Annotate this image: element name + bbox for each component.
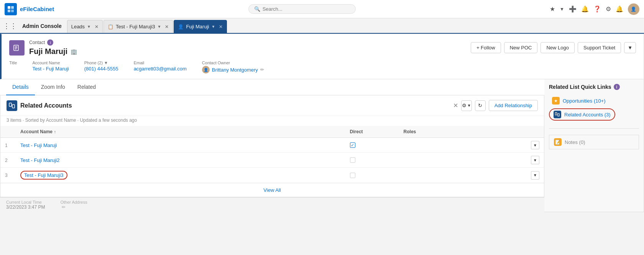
tab-related[interactable]: Related xyxy=(71,79,102,95)
view-all-row: View All xyxy=(0,183,544,197)
tab-details[interactable]: Details xyxy=(6,79,35,95)
contact-info: Contact i Fuji Maruji 🏢 xyxy=(29,39,77,56)
email-value[interactable]: acgarrett03@gmail.com xyxy=(134,66,187,72)
edit-address-icon[interactable]: ✏ xyxy=(62,204,66,210)
star-icon[interactable]: ★ xyxy=(550,5,555,13)
user-avatar[interactable]: 👤 xyxy=(628,3,639,15)
quick-link-related-accounts[interactable]: Related Accounts (3) xyxy=(549,108,615,121)
direct-checkbox-unchecked[interactable] xyxy=(350,173,355,178)
contact-name: Fuji Maruji xyxy=(29,47,67,56)
quick-links-title: Related List Quick Links i xyxy=(549,84,639,90)
related-accounts-header: Related Accounts ✕ ⚙▼ ↻ Add Relationship xyxy=(0,95,544,116)
row-num: 3 xyxy=(0,168,16,183)
col-account-name[interactable]: Account Name ↑ xyxy=(16,126,345,138)
fuji-tab-close[interactable]: ✕ xyxy=(219,24,223,29)
owner-avatar: 👤 xyxy=(202,66,210,74)
notification-icon[interactable]: 🔔 xyxy=(616,5,623,13)
direct-checkbox-checked[interactable]: ✓ xyxy=(350,142,355,148)
contact-header-top: Contact i Fuji Maruji 🏢 + Follow New POC… xyxy=(9,39,636,56)
row-dropdown-button[interactable]: ▼ xyxy=(531,171,539,180)
related-accounts-ql-icon xyxy=(554,111,561,118)
leads-tab-close[interactable]: ✕ xyxy=(95,24,99,29)
svg-rect-8 xyxy=(9,103,12,106)
svg-rect-0 xyxy=(8,6,10,9)
section-title-area: Related Accounts xyxy=(7,100,72,111)
account-name-link[interactable]: Test - Fuji Maruji3 xyxy=(24,172,64,178)
actions-dropdown-button[interactable]: ▼ xyxy=(624,42,636,53)
row-account-name: Test - Fuji Maruji2 xyxy=(16,153,345,168)
owner-label: Contact Owner xyxy=(202,60,264,65)
new-poc-button[interactable]: New POC xyxy=(504,42,538,53)
tab-test-fuji-maruji3[interactable]: 📋 Test - Fuji Maruji3 ▼ ✕ xyxy=(104,20,173,33)
add-relationship-button[interactable]: Add Relationship xyxy=(489,100,538,111)
account-name-link[interactable]: Test - Fuji Maruji2 xyxy=(20,157,60,163)
tab-admin-console[interactable]: Admin Console xyxy=(18,19,66,33)
contact-title-area: Fuji Maruji 🏢 xyxy=(29,47,77,56)
question-icon[interactable]: ❓ xyxy=(593,5,601,13)
account-name-label: Account Name xyxy=(32,60,69,65)
field-phone: Phone (2) ▼ (801) 444-5555 xyxy=(84,60,118,72)
table-row: 1Test - Fuji Maruji✓▼ xyxy=(0,138,544,153)
row-account-name: Test - Fuji Maruji xyxy=(16,138,345,153)
row-dropdown-button[interactable]: ▼ xyxy=(531,141,539,149)
bell-icon[interactable]: 🔔 xyxy=(581,5,589,13)
leads-tab-dropdown[interactable]: ▼ xyxy=(87,25,91,29)
account-name-value[interactable]: Test - Fuji Maruji xyxy=(32,66,69,72)
tab-bar: ⋮⋮ Admin Console Leads ▼ ✕ 📋 Test - Fuji… xyxy=(0,18,644,34)
contact-info-badge[interactable]: i xyxy=(47,39,53,46)
follow-button[interactable]: + Follow xyxy=(471,42,501,53)
view-all-link[interactable]: View All xyxy=(263,187,281,193)
right-panel: Related List Quick Links i ★ Opportuniti… xyxy=(544,79,644,212)
direct-checkbox-unchecked[interactable] xyxy=(350,157,355,163)
settings-dropdown-button[interactable]: ⚙▼ xyxy=(461,100,472,111)
refresh-button[interactable]: ↻ xyxy=(475,100,486,111)
quick-links-info-badge[interactable]: i xyxy=(614,84,620,90)
search-input[interactable] xyxy=(263,6,339,12)
section-actions: ✕ ⚙▼ ↻ Add Relationship xyxy=(453,100,538,111)
col-num xyxy=(0,126,16,138)
close-button[interactable]: ✕ xyxy=(453,102,458,109)
notes-section: 📝 Notes (0) xyxy=(549,128,639,149)
owner-edit-icon[interactable]: ✏ xyxy=(260,67,264,72)
tab-zoom-info[interactable]: Zoom Info xyxy=(35,79,71,95)
field-account-name: Account Name Test - Fuji Maruji xyxy=(32,60,69,72)
fuji-tab-dropdown[interactable]: ▼ xyxy=(211,25,215,29)
row-action: ▼ xyxy=(526,168,544,183)
contact-type-label: Contact i xyxy=(29,39,77,46)
search-bar[interactable]: 🔍 xyxy=(248,4,356,14)
svg-rect-10 xyxy=(555,113,557,115)
owner-value[interactable]: Brittany Montgomery xyxy=(212,67,258,73)
sort-icon: ↑ xyxy=(54,129,56,134)
row-account-name: Test - Fuji Maruji3 xyxy=(16,168,345,183)
phone-value[interactable]: (801) 444-5555 xyxy=(84,66,118,72)
quick-link-opportunities[interactable]: ★ Opportunities (10+) xyxy=(549,95,639,107)
notes-icon: 📝 xyxy=(554,138,562,146)
contact-fields: Title Account Name Test - Fuji Maruji Ph… xyxy=(9,60,636,74)
grid-menu-icon[interactable]: ⋮⋮ xyxy=(3,19,17,33)
phone-label: Phone (2) ▼ xyxy=(84,60,118,65)
row-roles xyxy=(399,153,526,168)
account-name-link[interactable]: Test - Fuji Maruji xyxy=(20,142,57,148)
related-accounts-meta: 3 items · Sorted by Account Name · Updat… xyxy=(0,116,544,126)
contact-edit-icon[interactable]: 🏢 xyxy=(71,49,77,55)
top-navigation: eFileCabinet 🔍 ★ ▼ ➕ 🔔 ❓ ⚙ 🔔 👤 xyxy=(0,0,644,18)
tab-leads[interactable]: Leads ▼ ✕ xyxy=(67,20,103,33)
gear-icon[interactable]: ⚙ xyxy=(606,5,611,13)
field-email: Email acgarrett03@gmail.com xyxy=(134,60,187,72)
tab-fuji-maruji[interactable]: 👤 Fuji Maruji ▼ ✕ xyxy=(174,20,227,33)
support-ticket-button[interactable]: Support Ticket xyxy=(578,42,621,53)
new-logo-button[interactable]: New Logo xyxy=(540,42,575,53)
row-direct: ✓ xyxy=(345,138,399,153)
svg-rect-3 xyxy=(11,10,14,12)
row-roles xyxy=(399,138,526,153)
table-row: 2Test - Fuji Maruji2▼ xyxy=(0,153,544,168)
leads-tab-label: Leads xyxy=(71,24,85,29)
row-dropdown-button[interactable]: ▼ xyxy=(531,156,539,164)
related-accounts-title: Related Accounts xyxy=(20,102,72,109)
test-tab-dropdown[interactable]: ▼ xyxy=(158,25,161,29)
col-direct: Direct xyxy=(345,126,399,138)
test-tab-close[interactable]: ✕ xyxy=(165,24,169,29)
plus-icon[interactable]: ➕ xyxy=(569,5,577,13)
dropdown-icon[interactable]: ▼ xyxy=(560,7,564,12)
accounts-table: Account Name ↑ Direct Roles 1Test - Fuji… xyxy=(0,126,544,183)
